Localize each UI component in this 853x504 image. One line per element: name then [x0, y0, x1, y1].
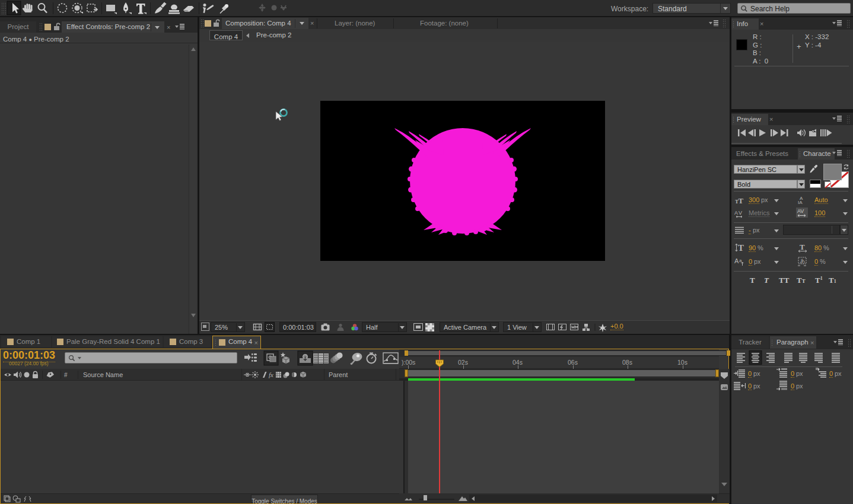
- svg-text:#: #: [64, 372, 68, 378]
- svg-text:T: T: [739, 196, 744, 204]
- svg-text:IA: IA: [798, 200, 803, 205]
- svg-text:AV: AV: [797, 208, 804, 214]
- svg-text:V: V: [739, 210, 742, 216]
- svg-text:あ: あ: [800, 258, 806, 264]
- svg-text:T: T: [800, 243, 805, 251]
- svg-text:T: T: [738, 243, 744, 253]
- svg-text:fx: fx: [269, 371, 273, 378]
- svg-text:A: A: [734, 257, 739, 264]
- svg-text:A: A: [734, 210, 738, 216]
